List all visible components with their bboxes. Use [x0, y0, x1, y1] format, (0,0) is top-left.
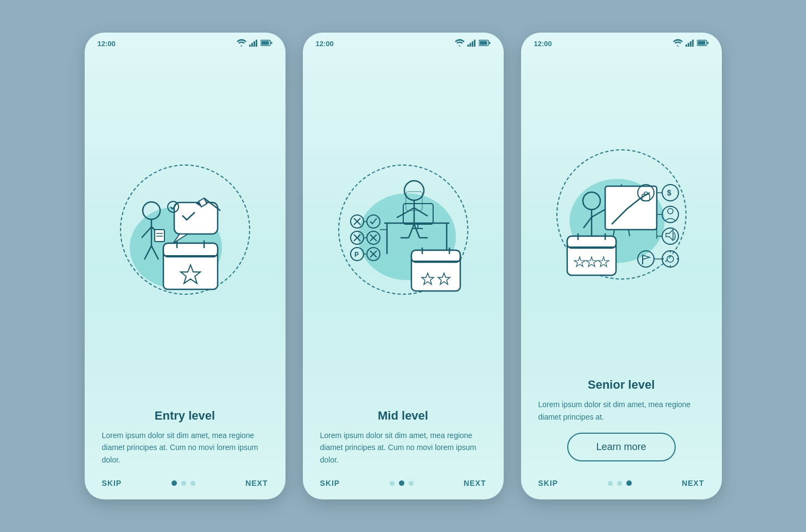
- svg-point-95: [668, 208, 673, 214]
- status-bar-2: 12:00: [303, 33, 504, 50]
- svg-rect-34: [489, 42, 491, 44]
- svg-rect-78: [690, 41, 691, 47]
- dot-2-2: [399, 480, 404, 486]
- time-1: 12:00: [98, 40, 116, 48]
- svg-rect-76: [686, 45, 687, 47]
- svg-rect-79: [692, 40, 694, 47]
- status-icons-3: [673, 39, 709, 48]
- dot-2-3[interactable]: [409, 481, 414, 486]
- svg-rect-115: [567, 236, 616, 248]
- signal-icon-2: [467, 40, 476, 48]
- svg-line-37: [397, 208, 414, 218]
- dot-3-3: [626, 480, 632, 486]
- entry-body: Lorem ipsum dolor sit dim amet, mea regi…: [102, 429, 268, 466]
- status-bar-1: 12:00: [85, 33, 285, 50]
- wifi-icon-3: [673, 39, 683, 48]
- battery-icon-3: [697, 40, 709, 48]
- svg-point-7: [143, 202, 160, 219]
- svg-marker-97: [666, 230, 673, 240]
- dot-1-1: [172, 480, 177, 486]
- senior-level-svg: $: [551, 144, 692, 285]
- battery-icon-1: [261, 40, 272, 48]
- dot-3-1[interactable]: [608, 481, 613, 486]
- svg-text:P: P: [354, 251, 359, 258]
- svg-rect-28: [467, 45, 469, 47]
- wifi-icon-1: [237, 39, 246, 48]
- svg-rect-13: [155, 230, 164, 242]
- svg-rect-82: [707, 42, 709, 44]
- dots-1: [172, 480, 195, 486]
- senior-body: Lorem ipsum dolor sit dim amet, mea regi…: [538, 398, 705, 423]
- svg-rect-33: [479, 41, 487, 45]
- svg-line-39: [409, 224, 414, 238]
- mid-body: Lorem ipsum dolor sit dim amet, mea regi…: [320, 429, 486, 466]
- signal-icon-1: [249, 40, 258, 48]
- svg-rect-1: [251, 43, 253, 47]
- svg-rect-5: [261, 41, 269, 45]
- svg-point-104: [638, 251, 654, 267]
- phone-entry-level: 12:00: [85, 33, 285, 499]
- battery-icon-2: [479, 40, 491, 48]
- svg-rect-3: [256, 40, 257, 47]
- signal-icon-3: [686, 40, 694, 48]
- svg-point-35: [404, 181, 424, 200]
- bottom-nav-3: SKIP NEXT: [521, 471, 722, 499]
- dot-1-3[interactable]: [191, 481, 195, 486]
- svg-line-9: [142, 227, 151, 238]
- phones-container: 12:00: [85, 33, 722, 499]
- svg-text:$: $: [667, 188, 671, 197]
- next-button-2[interactable]: NEXT: [464, 479, 486, 487]
- text-area-entry: Entry level Lorem ipsum dolor sit dim am…: [85, 409, 285, 471]
- svg-rect-31: [474, 40, 475, 47]
- svg-rect-81: [697, 41, 705, 45]
- dot-1-2[interactable]: [181, 481, 186, 486]
- status-icons-1: [237, 39, 272, 48]
- svg-rect-6: [271, 42, 272, 44]
- illustration-senior: $: [521, 50, 722, 378]
- svg-rect-29: [469, 43, 471, 47]
- svg-rect-70: [411, 250, 460, 262]
- time-2: 12:00: [316, 40, 334, 48]
- svg-rect-77: [688, 43, 689, 47]
- bottom-nav-2: SKIP NEXT: [303, 471, 504, 499]
- senior-title: Senior level: [538, 378, 705, 392]
- svg-point-99: [667, 256, 674, 262]
- time-3: 12:00: [534, 40, 552, 48]
- svg-rect-0: [249, 45, 251, 47]
- status-bar-3: 12:00: [521, 33, 722, 50]
- dot-3-2[interactable]: [617, 481, 622, 486]
- svg-line-41: [414, 224, 420, 238]
- entry-title: Entry level: [102, 409, 268, 423]
- svg-line-86: [583, 217, 592, 228]
- skip-button-1[interactable]: SKIP: [102, 479, 122, 487]
- svg-point-96: [662, 228, 678, 244]
- mid-title: Mid level: [320, 409, 486, 423]
- text-area-mid: Mid level Lorem ipsum dolor sit dim amet…: [303, 409, 504, 471]
- svg-rect-16: [174, 202, 218, 234]
- dot-2-1[interactable]: [390, 481, 395, 486]
- illustration-entry: [85, 50, 285, 409]
- svg-line-11: [144, 246, 151, 259]
- svg-line-38: [414, 208, 428, 216]
- svg-line-12: [151, 246, 158, 259]
- learn-more-button[interactable]: Learn more: [567, 433, 676, 461]
- svg-rect-30: [472, 41, 473, 47]
- next-button-3[interactable]: NEXT: [682, 479, 704, 487]
- phone-mid-level: 12:00: [303, 33, 504, 499]
- svg-point-98: [662, 251, 678, 267]
- entry-level-svg: [115, 159, 256, 300]
- illustration-mid: P: [303, 50, 504, 409]
- svg-point-83: [583, 192, 600, 210]
- svg-rect-23: [163, 243, 218, 257]
- dots-3: [608, 480, 632, 486]
- skip-button-3[interactable]: SKIP: [538, 479, 559, 487]
- next-button-1[interactable]: NEXT: [245, 479, 268, 487]
- svg-marker-106: [643, 255, 650, 259]
- mid-level-svg: P: [333, 159, 474, 300]
- status-icons-2: [455, 39, 491, 48]
- svg-marker-17: [173, 234, 188, 243]
- svg-rect-2: [253, 41, 255, 47]
- skip-button-2[interactable]: SKIP: [320, 479, 340, 487]
- dots-2: [390, 480, 414, 486]
- bottom-nav-1: SKIP NEXT: [85, 471, 285, 499]
